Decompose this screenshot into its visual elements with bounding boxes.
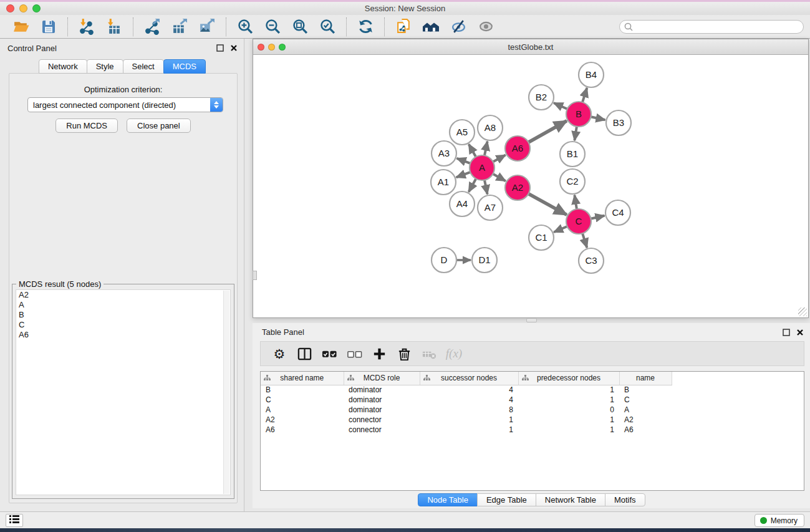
- tab-edge-table[interactable]: Edge Table: [477, 493, 536, 506]
- mcds-result-title: MCDS result (5 nodes): [16, 279, 104, 289]
- column-header-name[interactable]: name: [619, 372, 672, 385]
- control-panel-tabs: NetworkStyleSelectMCDS: [0, 59, 244, 74]
- run-mcds-button[interactable]: Run MCDS: [55, 118, 118, 133]
- column-header-MCDS-role[interactable]: MCDS role: [344, 372, 420, 385]
- control-panel: Control Panel NetworkStyleSelectMCDS Opt…: [0, 39, 244, 511]
- task-list-icon: [9, 515, 20, 526]
- column-header-shared-name[interactable]: shared name: [261, 372, 344, 385]
- graph-node-label: C1: [535, 232, 547, 243]
- task-history-button[interactable]: [6, 514, 23, 527]
- delete-column-icon[interactable]: [395, 344, 413, 363]
- table-tabs: Node TableEdge TableNetwork TableMotifs: [253, 493, 810, 506]
- graph-node-label: C3: [585, 255, 597, 266]
- close-table-panel-icon[interactable]: [796, 329, 804, 336]
- tab-mcds[interactable]: MCDS: [163, 59, 206, 74]
- tab-select[interactable]: Select: [123, 59, 164, 74]
- table-cell: A: [619, 405, 672, 415]
- network-canvas[interactable]: AA6A2BCA5A8A3A1A4A7B4B2B3B1C2C4C1C3DD1: [253, 55, 808, 317]
- settings-icon[interactable]: ⚙: [270, 344, 289, 363]
- graph-node-label: A2: [512, 182, 523, 193]
- mcds-result-item[interactable]: A6: [16, 330, 230, 340]
- show-columns-icon[interactable]: [295, 344, 314, 363]
- delete-table-icon: [420, 344, 438, 363]
- table-row[interactable]: A2connector11A2: [261, 415, 672, 425]
- zoom-in-icon[interactable]: [236, 18, 254, 36]
- toolbar-separator: [67, 17, 68, 36]
- open-session-icon[interactable]: [12, 18, 30, 36]
- mcds-result-item[interactable]: B: [16, 310, 230, 320]
- table-cell: 1: [518, 415, 619, 425]
- zoom-fit-icon[interactable]: [291, 18, 309, 36]
- add-column-icon[interactable]: [370, 344, 388, 363]
- left-splitter-handle[interactable]: [253, 271, 257, 280]
- criterion-dropdown[interactable]: largest connected component (directed): [27, 97, 223, 112]
- main-toolbar: [0, 15, 810, 39]
- network-view-window: testGlobe.txt AA6A2BCA5A8A3A1A4A7B4B2B3B…: [253, 39, 809, 318]
- refresh-icon[interactable]: [357, 18, 374, 36]
- export-image-icon[interactable]: [198, 18, 216, 36]
- graph-node-label: A4: [456, 198, 468, 209]
- new-network-from-selection-icon[interactable]: [395, 18, 412, 36]
- home-icon[interactable]: [422, 18, 440, 36]
- app-titlebar: Session: New Session: [0, 2, 810, 15]
- graph-node-label: A3: [438, 148, 450, 158]
- tab-network[interactable]: Network: [39, 59, 87, 74]
- node-table: shared nameMCDS rolesuccessor nodesprede…: [260, 371, 804, 491]
- deselect-all-icon[interactable]: [345, 344, 364, 363]
- result-scrollbar[interactable]: [223, 291, 229, 494]
- select-all-icon[interactable]: [320, 344, 339, 363]
- float-table-panel-icon[interactable]: [783, 329, 790, 336]
- import-network-icon[interactable]: [78, 18, 95, 36]
- graph-node-label: A: [479, 162, 485, 173]
- table-cell: 4: [420, 385, 518, 395]
- table-cell: B: [619, 385, 672, 395]
- status-bar: Memory: [0, 511, 810, 528]
- graph-node-label: D1: [478, 254, 490, 265]
- column-header-predecessor-nodes[interactable]: predecessor nodes: [518, 372, 619, 385]
- close-panel-button[interactable]: Close panel: [127, 118, 191, 133]
- save-session-icon[interactable]: [40, 18, 57, 36]
- graph-node-label: A5: [456, 127, 468, 137]
- window-resize-grip[interactable]: [798, 307, 807, 316]
- zoom-out-icon[interactable]: [264, 18, 281, 36]
- table-cell: 0: [518, 405, 619, 415]
- tab-network-table[interactable]: Network Table: [536, 493, 605, 506]
- control-panel-title: Control Panel: [7, 44, 57, 53]
- table-row[interactable]: A6connector11A6: [261, 425, 672, 435]
- table-row[interactable]: Adominator80A: [261, 405, 672, 415]
- graph-node-label: B3: [613, 117, 624, 128]
- mcds-result-list: A2ABCA6: [16, 289, 231, 495]
- tab-style[interactable]: Style: [87, 59, 123, 74]
- mcds-result-item[interactable]: A: [16, 300, 230, 310]
- table-cell: C: [261, 395, 344, 405]
- table-cell: A2: [619, 415, 672, 425]
- graph-node-label: C2: [566, 176, 578, 186]
- float-panel-icon[interactable]: [216, 44, 224, 52]
- table-cell: 1: [518, 395, 619, 405]
- dropdown-spinner-icon: [210, 98, 223, 112]
- tab-motifs[interactable]: Motifs: [605, 493, 645, 506]
- zoom-selected-icon[interactable]: [319, 18, 336, 36]
- search-box: [619, 20, 804, 34]
- mcds-result-item[interactable]: C: [16, 320, 230, 330]
- search-input[interactable]: [619, 20, 804, 34]
- mcds-result-item[interactable]: A2: [16, 290, 230, 300]
- close-panel-icon[interactable]: [230, 44, 238, 52]
- export-network-icon[interactable]: [143, 18, 161, 36]
- export-table-icon[interactable]: [171, 18, 188, 36]
- table-cell: 1: [518, 425, 619, 435]
- hide-graphics-details-icon[interactable]: [450, 18, 467, 36]
- tab-node-table[interactable]: Node Table: [418, 493, 478, 506]
- table-row[interactable]: Cdominator41C: [261, 395, 672, 405]
- column-header-successor-nodes[interactable]: successor nodes: [420, 372, 518, 385]
- toolbar-separator: [346, 17, 347, 36]
- table-row[interactable]: Bdominator41B: [261, 385, 672, 395]
- optimization-criterion-label: Optimization criterion:: [9, 85, 237, 94]
- mcds-panel: Optimization criterion: largest connecte…: [9, 73, 238, 503]
- horizontal-splitter-handle[interactable]: [526, 318, 537, 322]
- table-cell: dominator: [344, 405, 420, 415]
- import-table-icon[interactable]: [105, 18, 123, 36]
- table-panel-title: Table Panel: [262, 327, 304, 337]
- show-graphics-details-icon[interactable]: [477, 18, 494, 36]
- memory-button[interactable]: Memory: [755, 514, 804, 527]
